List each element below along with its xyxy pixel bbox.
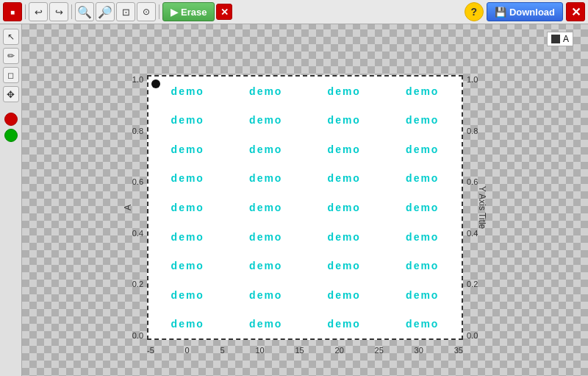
demo-cell-7-3: demo <box>384 280 462 310</box>
demo-cell-1-0: demo <box>148 106 227 135</box>
demo-cell-4-0: demo <box>148 193 227 222</box>
sidebar-move-tool[interactable]: ✥ <box>3 86 19 102</box>
toolbar-left: ■ ↩ ↪ 🔍 🔎 ⊡ ⊙ ▶ Erase <box>3 2 463 21</box>
x-tick-6: 25 <box>375 346 384 355</box>
zoom-out-icon: 🔎 <box>98 5 112 19</box>
toolbar-right: ? 💾 Download ✕ <box>465 2 585 21</box>
sidebar-red-color[interactable] <box>4 113 18 126</box>
x-tick-8: 35 <box>454 346 463 355</box>
x-tick-3: 10 <box>255 346 264 355</box>
demo-cell-3-1: demo <box>227 164 306 194</box>
sidebar-pencil-tool[interactable]: ✏ <box>3 48 19 64</box>
y-tick-left-4: 0.2 <box>114 280 143 288</box>
legend-square <box>551 35 560 43</box>
y-tick-left-5: 0.0 <box>114 331 143 340</box>
sidebar-cursor-tool[interactable]: ↖ <box>3 29 19 45</box>
x-tick-7: 30 <box>415 346 423 355</box>
main-area: A A 1.0 0.8 0.6 0.4 0.2 0.0 demo demo de… <box>22 24 588 376</box>
main-close-button[interactable]: ✕ <box>566 2 585 21</box>
y-tick-right-4: 0.2 <box>467 280 496 288</box>
demo-cell-2-2: demo <box>305 135 384 164</box>
separator-2 <box>71 4 72 19</box>
zoom-reset-icon: ⊙ <box>143 7 150 17</box>
demo-cell-5-3: demo <box>384 222 462 252</box>
demo-grid: demo demo demo demo demo demo demo demo … <box>148 77 462 338</box>
logo-button[interactable]: ■ <box>3 2 22 21</box>
x-tick-5: 20 <box>335 346 344 355</box>
demo-cell-6-2: demo <box>305 251 384 280</box>
demo-cell-8-3: demo <box>384 309 462 338</box>
demo-cell-1-3: demo <box>384 106 462 135</box>
demo-cell-0-1: demo <box>227 77 306 106</box>
erase-button[interactable]: ▶ Erase <box>162 2 215 21</box>
separator-3 <box>159 4 159 19</box>
undo-icon: ↩ <box>35 7 43 18</box>
y-tick-left-0: 1.0 <box>114 75 143 84</box>
x-tick-0: -5 <box>147 346 154 355</box>
legend-box: A <box>547 32 573 46</box>
undo-button[interactable]: ↩ <box>29 2 48 21</box>
x-tick-2: 5 <box>220 346 225 355</box>
redo-button[interactable]: ↪ <box>49 2 68 21</box>
erase-close-button[interactable]: ✕ <box>216 4 232 20</box>
cursor-icon: ↖ <box>7 32 15 42</box>
download-label: Download <box>509 7 555 18</box>
demo-cell-2-0: demo <box>148 135 227 164</box>
demo-cell-5-0: demo <box>148 222 227 252</box>
demo-cell-6-0: demo <box>148 251 227 280</box>
demo-cell-2-1: demo <box>227 135 306 164</box>
sidebar: ↖ ✏ ◻ ✥ <box>0 24 22 376</box>
demo-cell-7-2: demo <box>305 280 384 310</box>
y-tick-left-2: 0.6 <box>114 177 143 186</box>
data-point-marker <box>151 79 160 88</box>
demo-cell-3-0: demo <box>148 164 227 194</box>
erase-label: Erase <box>181 7 207 18</box>
erase-play-icon: ▶ <box>171 7 178 18</box>
demo-cell-0-0: demo <box>148 77 227 106</box>
demo-cell-4-3: demo <box>384 193 462 222</box>
x-tick-4: 15 <box>295 346 304 355</box>
legend-label: A <box>563 34 569 44</box>
demo-cell-4-1: demo <box>227 193 306 222</box>
demo-cell-3-2: demo <box>305 164 384 194</box>
zoom-reset-button[interactable]: ⊙ <box>137 2 156 21</box>
x-tick-1: 0 <box>185 346 190 355</box>
y-tick-right-3: 0.4 <box>467 229 496 238</box>
chart-box[interactable]: demo demo demo demo demo demo demo demo … <box>147 75 463 340</box>
demo-cell-4-2: demo <box>305 193 384 222</box>
y-axis-right-label: Y Axis Title <box>477 186 487 229</box>
zoom-fit-button[interactable]: ⊡ <box>116 2 135 21</box>
y-tick-right-2: 0.6 <box>467 177 496 186</box>
y-tick-left-1: 0.8 <box>114 127 143 135</box>
y-tick-left-3: 0.4 <box>114 229 143 238</box>
demo-cell-1-2: demo <box>305 106 384 135</box>
demo-cell-8-0: demo <box>148 309 227 338</box>
download-icon: 💾 <box>495 7 506 18</box>
demo-cell-0-3: demo <box>384 77 462 106</box>
eraser-icon: ◻ <box>7 71 14 80</box>
move-icon: ✥ <box>7 89 15 100</box>
pencil-icon: ✏ <box>7 51 15 61</box>
main-close-icon: ✕ <box>571 5 581 19</box>
zoom-out-button[interactable]: 🔎 <box>96 2 115 21</box>
help-button[interactable]: ? <box>465 2 484 21</box>
demo-cell-1-1: demo <box>227 106 306 135</box>
demo-cell-8-1: demo <box>227 309 306 338</box>
separator-1 <box>25 4 26 19</box>
demo-cell-5-2: demo <box>305 222 384 252</box>
help-icon: ? <box>471 6 478 18</box>
sidebar-eraser-tool[interactable]: ◻ <box>3 67 19 83</box>
redo-icon: ↪ <box>55 7 63 18</box>
sidebar-green-color[interactable] <box>4 129 18 142</box>
download-button[interactable]: 💾 Download <box>487 2 563 21</box>
demo-cell-7-0: demo <box>148 280 227 310</box>
demo-cell-6-1: demo <box>227 251 306 280</box>
erase-close-icon: ✕ <box>220 7 229 18</box>
demo-cell-7-1: demo <box>227 280 306 310</box>
chart-wrapper: A 1.0 0.8 0.6 0.4 0.2 0.0 demo demo demo… <box>147 75 463 340</box>
y-tick-right-5: 0.0 <box>467 331 496 340</box>
demo-cell-8-2: demo <box>305 309 384 338</box>
demo-cell-5-1: demo <box>227 222 306 252</box>
demo-cell-3-3: demo <box>384 164 462 194</box>
zoom-in-button[interactable]: 🔍 <box>75 2 94 21</box>
